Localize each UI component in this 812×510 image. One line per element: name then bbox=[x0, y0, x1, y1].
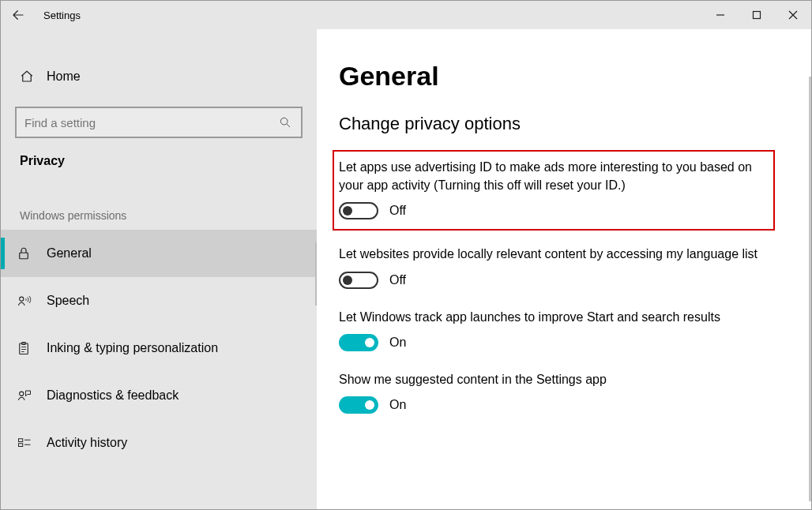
sidebar-item-label: Inking & typing personalization bbox=[47, 341, 218, 355]
sidebar-item-general[interactable]: General bbox=[1, 230, 317, 277]
svg-rect-6 bbox=[20, 253, 28, 259]
toggle-track-app-launches[interactable] bbox=[339, 334, 378, 351]
setting-description: Let apps use advertising ID to make ads … bbox=[339, 158, 765, 194]
home-link[interactable]: Home bbox=[1, 53, 317, 100]
toggle-advertising-id[interactable] bbox=[339, 202, 378, 219]
svg-line-5 bbox=[287, 124, 290, 127]
toggle-state-label: On bbox=[389, 336, 406, 350]
activity-history-icon bbox=[17, 436, 32, 450]
setting-track-app-launches: Let Windows track app launches to improv… bbox=[339, 308, 781, 351]
page-subheading: Change privacy options bbox=[339, 114, 789, 134]
toggle-suggested-content[interactable] bbox=[339, 396, 378, 414]
setting-advertising-id: Let apps use advertising ID to make ads … bbox=[333, 150, 775, 231]
main-content: General Change privacy options Let apps … bbox=[317, 29, 811, 509]
close-icon bbox=[788, 10, 798, 20]
sidebar-group-heading: Windows permissions bbox=[1, 173, 317, 230]
home-label: Home bbox=[47, 69, 81, 84]
maximize-icon bbox=[752, 10, 761, 20]
search-input[interactable] bbox=[17, 116, 269, 129]
minimize-icon bbox=[716, 10, 725, 20]
sidebar-item-label: Activity history bbox=[47, 436, 127, 450]
close-button[interactable] bbox=[775, 1, 811, 29]
sidebar-item-inking[interactable]: Inking & typing personalization bbox=[1, 324, 317, 372]
minimize-button[interactable] bbox=[702, 1, 739, 29]
feedback-icon bbox=[17, 388, 32, 403]
lock-icon bbox=[17, 246, 31, 261]
toggle-state-label: Off bbox=[389, 204, 406, 218]
back-button[interactable] bbox=[1, 1, 36, 29]
toggle-state-label: On bbox=[389, 398, 406, 412]
sidebar-item-label: General bbox=[47, 246, 92, 261]
toggle-state-label: Off bbox=[389, 273, 406, 287]
setting-description: Let Windows track app launches to improv… bbox=[339, 308, 781, 326]
speech-icon bbox=[17, 294, 32, 308]
toggle-language-list[interactable] bbox=[339, 272, 378, 289]
svg-point-4 bbox=[280, 118, 288, 125]
sidebar-item-label: Speech bbox=[47, 294, 89, 308]
svg-rect-1 bbox=[754, 12, 761, 19]
maximize-button[interactable] bbox=[739, 1, 775, 29]
sidebar: Home Privacy Windows permissions bbox=[1, 29, 317, 509]
settings-window: Settings bbox=[0, 0, 812, 510]
sidebar-item-activity-history[interactable]: Activity history bbox=[1, 419, 317, 467]
arrow-left-icon bbox=[11, 8, 25, 22]
scrollbar[interactable] bbox=[809, 77, 811, 501]
svg-rect-14 bbox=[19, 439, 23, 442]
setting-description: Show me suggested content in the Setting… bbox=[339, 370, 781, 388]
search-box[interactable] bbox=[15, 107, 303, 138]
titlebar: Settings bbox=[1, 1, 811, 29]
setting-description: Let websites provide locally relevant co… bbox=[339, 245, 781, 263]
window-title: Settings bbox=[36, 9, 81, 21]
svg-point-7 bbox=[20, 297, 24, 301]
sidebar-item-speech[interactable]: Speech bbox=[1, 277, 317, 324]
clipboard-icon bbox=[17, 340, 31, 356]
svg-point-13 bbox=[20, 392, 24, 396]
search-icon bbox=[279, 116, 291, 129]
page-title: General bbox=[339, 61, 789, 92]
setting-suggested-content: Show me suggested content in the Setting… bbox=[339, 370, 781, 414]
svg-rect-15 bbox=[19, 444, 23, 447]
sidebar-item-diagnostics[interactable]: Diagnostics & feedback bbox=[1, 372, 317, 419]
sidebar-item-label: Diagnostics & feedback bbox=[47, 388, 179, 403]
sidebar-nav-list: General Speech bbox=[1, 230, 317, 509]
setting-language-list: Let websites provide locally relevant co… bbox=[339, 245, 781, 288]
sidebar-section-heading: Privacy bbox=[1, 138, 317, 173]
home-icon bbox=[20, 69, 34, 84]
